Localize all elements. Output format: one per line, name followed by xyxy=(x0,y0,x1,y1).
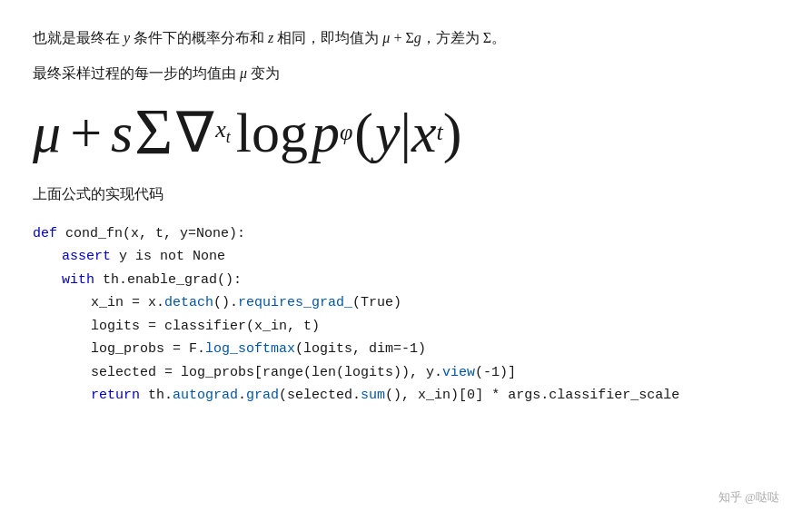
code-line-4: x_in = x.detach().requires_grad_(True) xyxy=(33,291,779,315)
intro-paragraph-1: 也就是最终在 y 条件下的概率分布和 z 相同，即均值为 μ + Σg，方差为 … xyxy=(33,25,779,50)
code-line-2: assert y is not None xyxy=(33,245,779,269)
code-line-5: logits = classifier(x_in, t) xyxy=(33,315,779,339)
code-line-1: def cond_fn(x, t, y=None): xyxy=(33,222,779,246)
big-formula-display: μ + s Σ ∇xt log pφ ( y | xt ) xyxy=(33,96,779,168)
watermark: 知乎 @哒哒 xyxy=(718,489,779,506)
code-line-6: log_probs = F.log_softmax(logits, dim=-1… xyxy=(33,338,779,361)
code-block: def cond_fn(x, t, y=None): assert y is n… xyxy=(33,219,779,411)
page-content: 也就是最终在 y 条件下的概率分布和 z 相同，即均值为 μ + Σg，方差为 … xyxy=(33,25,779,411)
code-line-3: with th.enable_grad(): xyxy=(33,269,779,292)
code-section-label: 上面公式的实现代码 xyxy=(33,185,779,204)
code-line-8: return th.autograd.grad(selected.sum(), … xyxy=(33,384,779,408)
code-line-7: selected = log_probs[range(len(logits)),… xyxy=(33,361,779,385)
intro-paragraph-2: 最终采样过程的每一步的均值由 μ 变为 xyxy=(33,61,779,85)
